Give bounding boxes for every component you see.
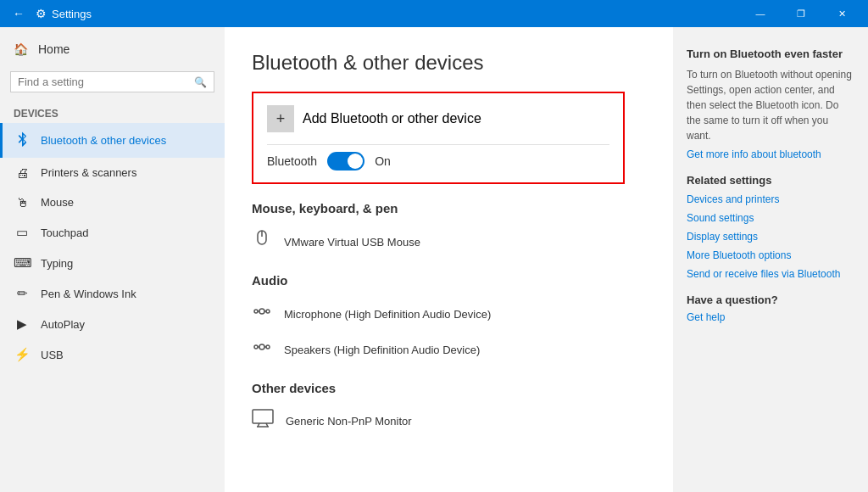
related-link-display[interactable]: Display settings <box>687 231 854 243</box>
related-settings-title: Related settings <box>687 174 854 187</box>
divider <box>267 144 609 145</box>
device-row-speakers: Speakers (High Definition Audio Device) <box>252 332 646 367</box>
svg-point-8 <box>259 344 264 349</box>
svg-point-7 <box>254 345 258 349</box>
bluetooth-row: Bluetooth On <box>267 152 609 171</box>
mouse-device-icon <box>252 229 272 254</box>
sidebar-item-label-printers: Printers & scanners <box>41 166 136 179</box>
back-button[interactable]: ← <box>7 2 31 25</box>
question-title: Have a question? <box>687 294 854 306</box>
home-label: Home <box>38 42 70 56</box>
sidebar-item-autoplay[interactable]: ▶ AutoPlay <box>0 309 225 339</box>
device-name-mouse: VMware Virtual USB Mouse <box>284 236 420 249</box>
pen-icon: ✏ <box>14 286 31 301</box>
sidebar-item-label-bluetooth: Bluetooth & other devices <box>41 134 166 147</box>
printers-icon: 🖨 <box>14 165 31 180</box>
titlebar-title: Settings <box>52 8 741 20</box>
sidebar-item-pen[interactable]: ✏ Pen & Windows Ink <box>0 278 225 309</box>
home-icon: 🏠 <box>14 42 28 56</box>
sidebar-item-label-usb: USB <box>41 349 64 361</box>
add-device-box: + Add Bluetooth or other device Bluetoot… <box>252 92 625 184</box>
audio-icon-speakers <box>252 337 272 362</box>
toggle-on-label: On <box>375 154 391 168</box>
usb-icon: ⚡ <box>14 347 31 362</box>
monitor-icon <box>252 409 274 433</box>
related-link-send-files[interactable]: Send or receive files via Bluetooth <box>687 268 854 280</box>
help-link[interactable]: Get help <box>687 311 854 323</box>
tip-text: To turn on Bluetooth without opening Set… <box>687 67 854 143</box>
device-row-mouse: VMware Virtual USB Mouse <box>252 224 646 260</box>
section-title-audio: Audio <box>252 273 646 288</box>
close-button[interactable]: ✕ <box>822 0 861 27</box>
sidebar-item-label-typing: Typing <box>41 257 73 270</box>
titlebar: ← ⚙ Settings — ❐ ✕ <box>0 0 868 27</box>
sidebar-item-home[interactable]: 🏠 Home <box>0 34 225 64</box>
typing-icon: ⌨ <box>14 255 31 271</box>
touchpad-icon: ▭ <box>14 225 31 240</box>
toggle-thumb <box>348 154 363 169</box>
add-device-button[interactable]: + Add Bluetooth or other device <box>267 105 609 132</box>
svg-point-3 <box>259 309 264 314</box>
sidebar-item-label-mouse: Mouse <box>41 196 74 209</box>
section-title-other: Other devices <box>252 381 646 395</box>
related-link-bluetooth-options[interactable]: More Bluetooth options <box>687 249 854 261</box>
device-row-microphone: Microphone (High Definition Audio Device… <box>252 296 646 332</box>
add-device-label: Add Bluetooth or other device <box>303 111 481 126</box>
settings-icon: ⚙ <box>36 7 47 20</box>
section-title-mouse-kb: Mouse, keyboard, & pen <box>252 201 646 215</box>
svg-point-2 <box>254 310 258 313</box>
device-name-monitor: Generic Non-PnP Monitor <box>286 415 412 428</box>
restore-button[interactable]: ❐ <box>782 0 821 27</box>
device-row-monitor: Generic Non-PnP Monitor <box>252 404 646 438</box>
device-name-microphone: Microphone (High Definition Audio Device… <box>284 308 491 321</box>
related-link-devices-printers[interactable]: Devices and printers <box>687 193 854 205</box>
tip-link[interactable]: Get more info about bluetooth <box>687 148 854 160</box>
main-layout: 🏠 Home 🔍 Devices Bluetooth & other devic… <box>0 27 868 492</box>
related-link-sound[interactable]: Sound settings <box>687 212 854 224</box>
right-panel: Turn on Bluetooth even faster To turn on… <box>673 27 868 492</box>
window-controls: — ❐ ✕ <box>741 0 861 27</box>
svg-point-4 <box>266 310 270 313</box>
audio-icon-mic <box>252 301 272 327</box>
bluetooth-icon <box>14 131 31 150</box>
sidebar-item-usb[interactable]: ⚡ USB <box>0 339 225 370</box>
sidebar-item-printers[interactable]: 🖨 Printers & scanners <box>0 158 225 187</box>
sidebar-item-label-touchpad: Touchpad <box>41 226 88 239</box>
sidebar-item-label-pen: Pen & Windows Ink <box>41 288 136 300</box>
sidebar-item-label-autoplay: AutoPlay <box>41 318 85 331</box>
page-title: Bluetooth & other devices <box>252 51 646 75</box>
svg-point-9 <box>266 345 270 349</box>
search-box[interactable]: 🔍 <box>10 71 214 92</box>
mouse-icon: 🖱 <box>14 195 31 210</box>
autoplay-icon: ▶ <box>14 316 31 332</box>
tip-title: Turn on Bluetooth even faster <box>687 48 854 60</box>
search-icon: 🔍 <box>194 76 207 88</box>
sidebar: 🏠 Home 🔍 Devices Bluetooth & other devic… <box>0 27 225 492</box>
device-name-speakers: Speakers (High Definition Audio Device) <box>284 344 480 356</box>
content-area: Bluetooth & other devices + Add Bluetoot… <box>225 27 673 492</box>
sidebar-section-label: Devices <box>0 99 225 123</box>
bluetooth-toggle[interactable] <box>327 152 364 171</box>
plus-icon: + <box>267 105 294 132</box>
sidebar-item-typing[interactable]: ⌨ Typing <box>0 248 225 278</box>
bluetooth-label: Bluetooth <box>267 154 317 168</box>
sidebar-item-mouse[interactable]: 🖱 Mouse <box>0 187 225 217</box>
minimize-button[interactable]: — <box>741 0 780 27</box>
svg-rect-12 <box>253 410 273 423</box>
sidebar-item-touchpad[interactable]: ▭ Touchpad <box>0 217 225 248</box>
sidebar-item-bluetooth[interactable]: Bluetooth & other devices <box>0 123 225 158</box>
search-input[interactable] <box>18 75 194 88</box>
